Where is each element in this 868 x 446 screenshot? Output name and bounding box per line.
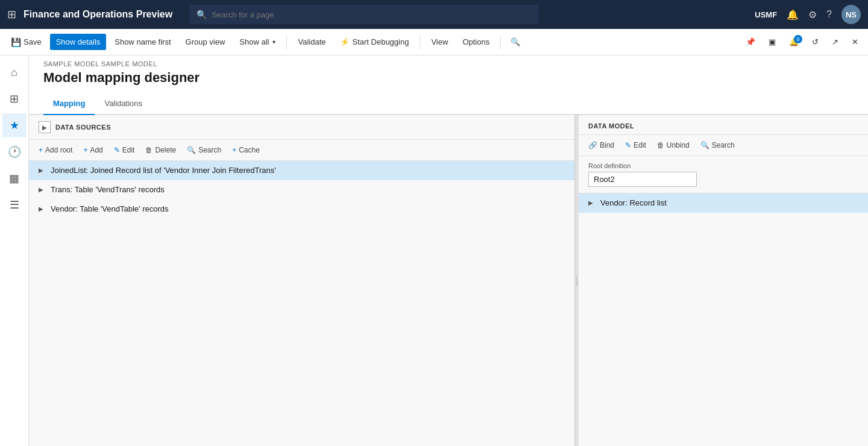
separator-3 <box>500 35 501 49</box>
sidebar-item-favorites[interactable]: ★ <box>2 113 27 137</box>
settings-icon[interactable]: ⚙ <box>808 9 817 20</box>
search-bar[interactable]: 🔍 <box>189 5 539 24</box>
tree-item-trans-label: Trans: Table 'VendTrans' records <box>51 185 565 194</box>
dm-edit-icon: ✎ <box>625 141 631 149</box>
add-icon: + <box>83 146 87 154</box>
actionbar: 💾 Save Show details Show name first Grou… <box>0 29 868 55</box>
refresh-button[interactable]: ↺ <box>807 34 823 50</box>
datamodel-panel-title: DATA MODEL <box>588 122 634 130</box>
add-root-icon: + <box>39 146 43 154</box>
sidebar-item-recent[interactable]: 🕐 <box>2 140 27 164</box>
grid-icon[interactable]: ⊞ <box>7 8 16 21</box>
dm-search-button[interactable]: 🔍 Search <box>696 139 740 152</box>
search-icon: 🔍 <box>197 10 207 19</box>
search-input[interactable] <box>212 10 532 19</box>
breadcrumb: SAMPLE MODEL SAMPLE MODEL <box>29 55 868 68</box>
view-button[interactable]: View <box>425 34 454 50</box>
separator-2 <box>420 35 420 49</box>
show-details-button[interactable]: Show details <box>50 34 107 50</box>
unbind-icon: 🗑 <box>657 141 664 149</box>
dm-tree-item-vendor-label: Vendor: Record list <box>600 198 858 207</box>
notification-icon[interactable]: 🔔 <box>787 9 799 20</box>
ds-search-icon: 🔍 <box>187 146 196 154</box>
save-icon: 💾 <box>11 37 21 47</box>
cache-button[interactable]: + Cache <box>227 143 265 157</box>
root-definition-label: Root definition <box>588 162 858 169</box>
close-button[interactable]: ✕ <box>847 34 863 50</box>
edit-icon: ✎ <box>114 146 120 154</box>
notification-badge: 0 <box>794 35 802 43</box>
open-button[interactable]: ↗ <box>827 34 843 50</box>
expand-icon-trans: ▶ <box>39 186 47 193</box>
content-area: ▶ DATA SOURCES + Add root + Add ✎ Edit <box>29 115 868 446</box>
search-toolbar-button[interactable]: 🔍 <box>506 34 525 50</box>
avatar[interactable]: NS <box>841 5 861 24</box>
dm-search-icon: 🔍 <box>700 141 709 149</box>
tree-item-joinedlist-label: JoinedList: Joined Record list of 'Vendo… <box>51 166 565 175</box>
delete-button[interactable]: 🗑 Delete <box>140 143 181 157</box>
sidebar-item-filter[interactable]: ⊞ <box>2 87 27 111</box>
tree-item-joinedlist[interactable]: ▶ JoinedList: Joined Record list of 'Ven… <box>29 161 574 180</box>
tabs: Mapping Validations <box>29 93 868 115</box>
ds-search-button[interactable]: 🔍 Search <box>182 143 226 157</box>
root-definition-section: Root definition <box>579 156 868 193</box>
search-toolbar-icon: 🔍 <box>511 37 520 46</box>
datamodel-toolbar: 🔗 Bind ✎ Edit 🗑 Unbind 🔍 Search <box>579 135 868 156</box>
unbind-button[interactable]: 🗑 Unbind <box>652 139 694 152</box>
tab-validations[interactable]: Validations <box>95 93 152 115</box>
bind-icon: 🔗 <box>588 141 597 149</box>
notification-button[interactable]: 🔔 0 <box>784 34 804 50</box>
cache-icon: + <box>232 146 236 154</box>
group-view-button[interactable]: Group view <box>180 34 231 50</box>
validate-button[interactable]: Validate <box>292 34 332 50</box>
save-button[interactable]: 💾 Save <box>5 34 48 51</box>
datamodel-tree: ▶ Vendor: Record list <box>579 193 868 446</box>
sidebar-item-workspaces[interactable]: ☰ <box>2 193 27 217</box>
edit-button[interactable]: ✎ Edit <box>109 143 140 157</box>
help-icon[interactable]: ? <box>826 9 832 20</box>
root-definition-input[interactable] <box>588 172 697 187</box>
pin-button[interactable]: 📌 <box>741 34 760 50</box>
debug-icon: ⚡ <box>340 37 350 46</box>
datasources-panel: ▶ DATA SOURCES + Add root + Add ✎ Edit <box>29 115 575 446</box>
show-all-dropdown-icon: ▾ <box>272 39 275 45</box>
tree-item-trans[interactable]: ▶ Trans: Table 'VendTrans' records <box>29 180 574 199</box>
add-button[interactable]: + Add <box>78 143 107 157</box>
main-content: SAMPLE MODEL SAMPLE MODEL Model mapping … <box>29 55 868 446</box>
datasources-toolbar: + Add root + Add ✎ Edit 🗑 Delete <box>29 140 574 161</box>
dm-expand-icon-vendor: ▶ <box>588 199 597 206</box>
panel-button[interactable]: ▣ <box>764 34 781 50</box>
start-debugging-button[interactable]: ⚡ Start Debugging <box>334 34 415 50</box>
datasources-panel-title: DATA SOURCES <box>55 124 111 131</box>
dm-tree-item-vendor[interactable]: ▶ Vendor: Record list <box>579 193 868 213</box>
add-root-button[interactable]: + Add root <box>34 143 77 157</box>
show-all-button[interactable]: Show all ▾ <box>233 34 281 50</box>
app-title: Finance and Operations Preview <box>24 9 172 20</box>
page-title: Model mapping designer <box>29 68 868 93</box>
tab-mapping[interactable]: Mapping <box>43 93 95 115</box>
topbar: ⊞ Finance and Operations Preview 🔍 USMF … <box>0 0 868 29</box>
bind-button[interactable]: 🔗 Bind <box>583 139 619 152</box>
tree-item-vendor-label: Vendor: Table 'VendTable' records <box>51 204 565 213</box>
sidebar: ⌂ ⊞ ★ 🕐 ▦ ☰ <box>0 55 29 446</box>
show-name-first-button[interactable]: Show name first <box>108 34 177 50</box>
datamodel-panel-header: DATA MODEL <box>579 115 868 135</box>
sidebar-item-home[interactable]: ⌂ <box>2 60 27 84</box>
datamodel-panel: DATA MODEL 🔗 Bind ✎ Edit 🗑 Unbind <box>579 115 868 446</box>
options-button[interactable]: Options <box>456 34 495 50</box>
collapse-btn[interactable]: ▶ <box>39 121 51 133</box>
separator-1 <box>286 35 287 49</box>
environment-label: USMF <box>755 10 777 19</box>
sidebar-item-dashboard[interactable]: ▦ <box>2 166 27 190</box>
expand-icon-vendor: ▶ <box>39 206 47 212</box>
topbar-right: USMF 🔔 ⚙ ? NS <box>755 5 861 24</box>
tree-item-vendor[interactable]: ▶ Vendor: Table 'VendTable' records <box>29 199 574 219</box>
layout: ⌂ ⊞ ★ 🕐 ▦ ☰ SAMPLE MODEL SAMPLE MODEL Mo… <box>0 55 868 446</box>
datasources-tree: ▶ JoinedList: Joined Record list of 'Ven… <box>29 161 574 446</box>
dm-edit-button[interactable]: ✎ Edit <box>620 139 651 152</box>
expand-icon-joinedlist: ▶ <box>39 167 47 174</box>
datasources-panel-header: ▶ DATA SOURCES <box>29 115 574 140</box>
delete-icon: 🗑 <box>145 146 153 154</box>
